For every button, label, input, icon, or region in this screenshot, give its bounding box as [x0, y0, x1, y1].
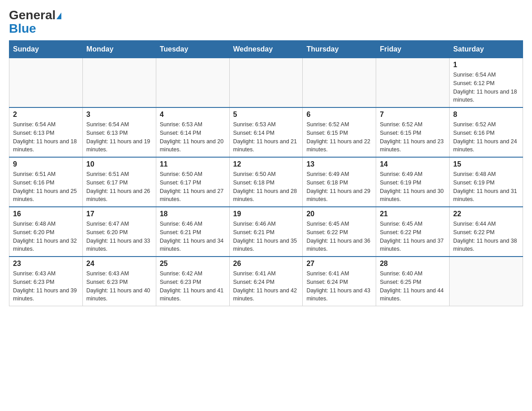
calendar-cell: 17Sunrise: 6:47 AMSunset: 6:20 PMDayligh…	[82, 207, 156, 257]
day-number: 22	[453, 210, 519, 218]
day-info: Sunrise: 6:52 AMSunset: 6:16 PMDaylight:…	[453, 120, 519, 154]
weekday-header-wednesday: Wednesday	[229, 41, 303, 58]
day-info: Sunrise: 6:54 AMSunset: 6:13 PMDaylight:…	[86, 120, 152, 154]
calendar-cell: 27Sunrise: 6:41 AMSunset: 6:24 PMDayligh…	[303, 257, 376, 306]
day-info: Sunrise: 6:48 AMSunset: 6:20 PMDaylight:…	[13, 220, 79, 253]
calendar-cell: 14Sunrise: 6:49 AMSunset: 6:19 PMDayligh…	[376, 157, 450, 207]
day-info: Sunrise: 6:54 AMSunset: 6:13 PMDaylight:…	[13, 120, 79, 154]
calendar-cell: 10Sunrise: 6:51 AMSunset: 6:17 PMDayligh…	[82, 157, 156, 207]
calendar-cell: 28Sunrise: 6:40 AMSunset: 6:25 PMDayligh…	[376, 257, 450, 306]
day-number: 9	[13, 160, 79, 168]
day-info: Sunrise: 6:44 AMSunset: 6:22 PMDaylight:…	[453, 220, 519, 253]
calendar-cell: 13Sunrise: 6:49 AMSunset: 6:18 PMDayligh…	[303, 157, 376, 207]
day-number: 7	[380, 111, 446, 119]
calendar-cell: 20Sunrise: 6:45 AMSunset: 6:22 PMDayligh…	[303, 207, 376, 257]
day-info: Sunrise: 6:40 AMSunset: 6:25 PMDaylight:…	[380, 270, 446, 303]
calendar-cell: 24Sunrise: 6:43 AMSunset: 6:23 PMDayligh…	[82, 257, 156, 306]
calendar-cell	[229, 58, 303, 108]
day-info: Sunrise: 6:41 AMSunset: 6:24 PMDaylight:…	[233, 270, 299, 303]
day-number: 8	[453, 111, 519, 119]
calendar-cell: 15Sunrise: 6:48 AMSunset: 6:19 PMDayligh…	[450, 157, 523, 207]
calendar-cell: 22Sunrise: 6:44 AMSunset: 6:22 PMDayligh…	[450, 207, 523, 257]
day-info: Sunrise: 6:46 AMSunset: 6:21 PMDaylight:…	[233, 220, 299, 253]
day-number: 24	[86, 260, 152, 268]
day-number: 5	[233, 111, 299, 119]
calendar-cell	[9, 58, 83, 108]
day-number: 10	[86, 160, 152, 168]
day-info: Sunrise: 6:52 AMSunset: 6:15 PMDaylight:…	[380, 120, 446, 154]
weekday-header-tuesday: Tuesday	[156, 41, 229, 58]
day-info: Sunrise: 6:54 AMSunset: 6:12 PMDaylight:…	[453, 71, 519, 104]
day-number: 25	[160, 260, 226, 268]
calendar-week-5: 23Sunrise: 6:43 AMSunset: 6:23 PMDayligh…	[9, 257, 523, 306]
calendar-cell: 12Sunrise: 6:50 AMSunset: 6:18 PMDayligh…	[229, 157, 303, 207]
calendar-cell: 16Sunrise: 6:48 AMSunset: 6:20 PMDayligh…	[9, 207, 83, 257]
calendar-week-2: 2Sunrise: 6:54 AMSunset: 6:13 PMDaylight…	[9, 107, 523, 157]
day-number: 18	[160, 210, 226, 218]
day-info: Sunrise: 6:47 AMSunset: 6:20 PMDaylight:…	[86, 220, 152, 253]
day-info: Sunrise: 6:46 AMSunset: 6:21 PMDaylight:…	[160, 220, 226, 253]
weekday-header-friday: Friday	[376, 41, 450, 58]
day-number: 23	[13, 260, 79, 268]
calendar-week-4: 16Sunrise: 6:48 AMSunset: 6:20 PMDayligh…	[9, 207, 523, 257]
day-info: Sunrise: 6:49 AMSunset: 6:18 PMDaylight:…	[306, 170, 372, 204]
calendar-cell	[303, 58, 376, 108]
day-info: Sunrise: 6:49 AMSunset: 6:19 PMDaylight:…	[380, 170, 446, 204]
day-info: Sunrise: 6:43 AMSunset: 6:23 PMDaylight:…	[86, 270, 152, 303]
day-number: 13	[306, 160, 372, 168]
day-info: Sunrise: 6:42 AMSunset: 6:23 PMDaylight:…	[160, 270, 226, 303]
day-number: 27	[306, 260, 372, 268]
day-info: Sunrise: 6:45 AMSunset: 6:22 PMDaylight:…	[306, 220, 372, 253]
weekday-header-row: SundayMondayTuesdayWednesdayThursdayFrid…	[9, 41, 523, 58]
calendar-cell: 23Sunrise: 6:43 AMSunset: 6:23 PMDayligh…	[9, 257, 83, 306]
day-number: 3	[86, 111, 152, 119]
calendar-cell: 26Sunrise: 6:41 AMSunset: 6:24 PMDayligh…	[229, 257, 303, 306]
day-number: 17	[86, 210, 152, 218]
calendar-cell: 3Sunrise: 6:54 AMSunset: 6:13 PMDaylight…	[82, 107, 156, 157]
calendar-cell: 19Sunrise: 6:46 AMSunset: 6:21 PMDayligh…	[229, 207, 303, 257]
calendar-cell: 21Sunrise: 6:45 AMSunset: 6:22 PMDayligh…	[376, 207, 450, 257]
logo-general: General	[9, 9, 61, 21]
weekday-header-monday: Monday	[82, 41, 156, 58]
day-number: 14	[380, 160, 446, 168]
calendar-cell: 1Sunrise: 6:54 AMSunset: 6:12 PMDaylight…	[450, 58, 523, 108]
calendar-cell: 7Sunrise: 6:52 AMSunset: 6:15 PMDaylight…	[376, 107, 450, 157]
day-number: 28	[380, 260, 446, 268]
day-info: Sunrise: 6:51 AMSunset: 6:16 PMDaylight:…	[13, 170, 79, 204]
calendar-cell: 9Sunrise: 6:51 AMSunset: 6:16 PMDaylight…	[9, 157, 83, 207]
day-info: Sunrise: 6:51 AMSunset: 6:17 PMDaylight:…	[86, 170, 152, 204]
calendar-cell: 25Sunrise: 6:42 AMSunset: 6:23 PMDayligh…	[156, 257, 229, 306]
calendar-cell	[450, 257, 523, 306]
page-header: General Blue	[9, 9, 523, 36]
calendar-cell: 2Sunrise: 6:54 AMSunset: 6:13 PMDaylight…	[9, 107, 83, 157]
day-number: 2	[13, 111, 79, 119]
calendar-cell: 8Sunrise: 6:52 AMSunset: 6:16 PMDaylight…	[450, 107, 523, 157]
calendar-table: SundayMondayTuesdayWednesdayThursdayFrid…	[9, 40, 523, 306]
day-info: Sunrise: 6:50 AMSunset: 6:18 PMDaylight:…	[233, 170, 299, 204]
day-number: 15	[453, 160, 519, 168]
day-info: Sunrise: 6:52 AMSunset: 6:15 PMDaylight:…	[306, 120, 372, 154]
calendar-cell	[156, 58, 229, 108]
day-info: Sunrise: 6:43 AMSunset: 6:23 PMDaylight:…	[13, 270, 79, 303]
day-number: 16	[13, 210, 79, 218]
day-info: Sunrise: 6:48 AMSunset: 6:19 PMDaylight:…	[453, 170, 519, 204]
calendar-cell	[82, 58, 156, 108]
day-number: 19	[233, 210, 299, 218]
day-number: 21	[380, 210, 446, 218]
day-number: 26	[233, 260, 299, 268]
calendar-week-1: 1Sunrise: 6:54 AMSunset: 6:12 PMDaylight…	[9, 58, 523, 108]
day-info: Sunrise: 6:53 AMSunset: 6:14 PMDaylight:…	[160, 120, 226, 154]
day-info: Sunrise: 6:50 AMSunset: 6:17 PMDaylight:…	[160, 170, 226, 204]
calendar-cell	[376, 58, 450, 108]
calendar-cell: 4Sunrise: 6:53 AMSunset: 6:14 PMDaylight…	[156, 107, 229, 157]
calendar-week-3: 9Sunrise: 6:51 AMSunset: 6:16 PMDaylight…	[9, 157, 523, 207]
day-number: 4	[160, 111, 226, 119]
logo-blue: Blue	[9, 21, 36, 36]
calendar-cell: 5Sunrise: 6:53 AMSunset: 6:14 PMDaylight…	[229, 107, 303, 157]
day-number: 1	[453, 61, 519, 69]
day-number: 11	[160, 160, 226, 168]
weekday-header-saturday: Saturday	[450, 41, 523, 58]
logo: General Blue	[9, 9, 61, 36]
calendar-cell: 11Sunrise: 6:50 AMSunset: 6:17 PMDayligh…	[156, 157, 229, 207]
calendar-cell: 18Sunrise: 6:46 AMSunset: 6:21 PMDayligh…	[156, 207, 229, 257]
